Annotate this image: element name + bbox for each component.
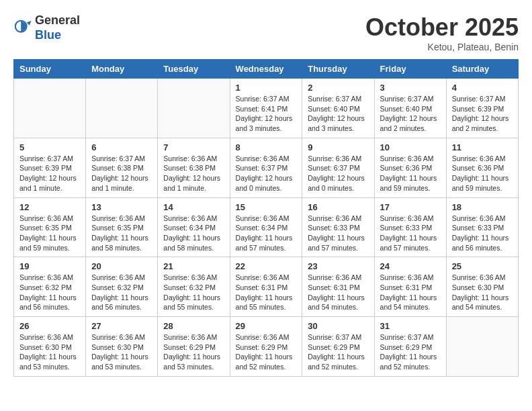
day-number: 8 bbox=[236, 142, 297, 152]
day-number: 23 bbox=[308, 261, 368, 271]
calendar-day-cell: 19Sunrise: 6:36 AM Sunset: 6:32 PM Dayli… bbox=[14, 257, 86, 317]
day-number: 14 bbox=[163, 202, 224, 212]
weekday-header: Friday bbox=[374, 60, 446, 79]
calendar-day-cell: 27Sunrise: 6:36 AM Sunset: 6:30 PM Dayli… bbox=[86, 317, 158, 377]
calendar-day-cell: 23Sunrise: 6:36 AM Sunset: 6:31 PM Dayli… bbox=[302, 257, 374, 317]
day-info: Sunrise: 6:36 AM Sunset: 6:34 PM Dayligh… bbox=[163, 214, 224, 253]
calendar-day-cell: 28Sunrise: 6:36 AM Sunset: 6:29 PM Dayli… bbox=[158, 317, 230, 377]
weekday-header: Tuesday bbox=[158, 60, 230, 79]
day-info: Sunrise: 6:37 AM Sunset: 6:40 PM Dayligh… bbox=[308, 94, 368, 134]
day-number: 31 bbox=[380, 321, 441, 331]
calendar-week-row: 1Sunrise: 6:37 AM Sunset: 6:41 PM Daylig… bbox=[14, 79, 519, 138]
calendar-day-cell: 5Sunrise: 6:37 AM Sunset: 6:39 PM Daylig… bbox=[14, 138, 86, 197]
day-number: 11 bbox=[452, 142, 513, 152]
calendar-day-cell bbox=[158, 79, 230, 138]
day-number: 19 bbox=[19, 261, 80, 271]
day-info: Sunrise: 6:36 AM Sunset: 6:31 PM Dayligh… bbox=[308, 273, 368, 312]
day-number: 10 bbox=[380, 142, 441, 152]
day-number: 15 bbox=[236, 202, 297, 212]
day-number: 24 bbox=[380, 261, 441, 271]
day-number: 6 bbox=[91, 142, 152, 152]
weekday-header: Wednesday bbox=[230, 60, 302, 79]
day-number: 26 bbox=[19, 321, 80, 331]
day-number: 3 bbox=[380, 83, 441, 93]
calendar-day-cell: 12Sunrise: 6:36 AM Sunset: 6:35 PM Dayli… bbox=[14, 197, 86, 257]
day-info: Sunrise: 6:36 AM Sunset: 6:37 PM Dayligh… bbox=[308, 154, 368, 193]
day-info: Sunrise: 6:37 AM Sunset: 6:39 PM Dayligh… bbox=[452, 94, 513, 134]
day-number: 1 bbox=[236, 83, 297, 93]
calendar-day-cell: 13Sunrise: 6:36 AM Sunset: 6:35 PM Dayli… bbox=[86, 197, 158, 257]
title-block: October 2025 Ketou, Plateau, Benin bbox=[365, 13, 519, 52]
day-number: 20 bbox=[91, 261, 152, 271]
day-info: Sunrise: 6:36 AM Sunset: 6:34 PM Dayligh… bbox=[236, 214, 297, 253]
logo-icon bbox=[13, 19, 32, 38]
day-info: Sunrise: 6:36 AM Sunset: 6:33 PM Dayligh… bbox=[380, 214, 441, 253]
day-info: Sunrise: 6:37 AM Sunset: 6:39 PM Dayligh… bbox=[19, 154, 80, 193]
day-info: Sunrise: 6:37 AM Sunset: 6:38 PM Dayligh… bbox=[91, 154, 152, 193]
calendar-day-cell bbox=[86, 79, 158, 138]
weekday-header: Thursday bbox=[302, 60, 374, 79]
day-number: 27 bbox=[91, 321, 152, 331]
weekday-header: Sunday bbox=[14, 60, 86, 79]
calendar-day-cell: 18Sunrise: 6:36 AM Sunset: 6:33 PM Dayli… bbox=[446, 197, 518, 257]
day-info: Sunrise: 6:36 AM Sunset: 6:29 PM Dayligh… bbox=[236, 332, 297, 372]
day-info: Sunrise: 6:36 AM Sunset: 6:35 PM Dayligh… bbox=[19, 214, 80, 253]
day-info: Sunrise: 6:36 AM Sunset: 6:37 PM Dayligh… bbox=[236, 154, 297, 193]
calendar-day-cell: 9Sunrise: 6:36 AM Sunset: 6:37 PM Daylig… bbox=[302, 138, 374, 197]
calendar-day-cell: 22Sunrise: 6:36 AM Sunset: 6:31 PM Dayli… bbox=[230, 257, 302, 317]
day-number: 2 bbox=[308, 83, 368, 93]
logo-blue: Blue bbox=[35, 28, 61, 42]
day-number: 25 bbox=[452, 261, 513, 271]
calendar-day-cell: 1Sunrise: 6:37 AM Sunset: 6:41 PM Daylig… bbox=[230, 79, 302, 138]
day-number: 7 bbox=[163, 142, 224, 152]
day-info: Sunrise: 6:36 AM Sunset: 6:30 PM Dayligh… bbox=[19, 332, 80, 372]
location: Ketou, Plateau, Benin bbox=[365, 42, 519, 52]
calendar-day-cell: 31Sunrise: 6:37 AM Sunset: 6:29 PM Dayli… bbox=[374, 317, 446, 377]
calendar-day-cell: 26Sunrise: 6:36 AM Sunset: 6:30 PM Dayli… bbox=[14, 317, 86, 377]
logo-general: General bbox=[35, 13, 80, 27]
day-info: Sunrise: 6:37 AM Sunset: 6:40 PM Dayligh… bbox=[380, 94, 441, 134]
calendar-table: SundayMondayTuesdayWednesdayThursdayFrid… bbox=[13, 59, 519, 377]
day-number: 12 bbox=[19, 202, 80, 212]
day-number: 28 bbox=[163, 321, 224, 331]
day-number: 16 bbox=[308, 202, 368, 212]
calendar-day-cell: 4Sunrise: 6:37 AM Sunset: 6:39 PM Daylig… bbox=[446, 79, 518, 138]
calendar-week-row: 19Sunrise: 6:36 AM Sunset: 6:32 PM Dayli… bbox=[14, 257, 519, 317]
calendar-day-cell: 30Sunrise: 6:37 AM Sunset: 6:29 PM Dayli… bbox=[302, 317, 374, 377]
day-info: Sunrise: 6:36 AM Sunset: 6:31 PM Dayligh… bbox=[236, 273, 297, 312]
day-info: Sunrise: 6:36 AM Sunset: 6:29 PM Dayligh… bbox=[163, 332, 224, 372]
calendar-day-cell: 6Sunrise: 6:37 AM Sunset: 6:38 PM Daylig… bbox=[86, 138, 158, 197]
day-info: Sunrise: 6:36 AM Sunset: 6:31 PM Dayligh… bbox=[380, 273, 441, 312]
calendar-day-cell: 3Sunrise: 6:37 AM Sunset: 6:40 PM Daylig… bbox=[374, 79, 446, 138]
calendar-day-cell bbox=[446, 317, 518, 377]
calendar-day-cell: 2Sunrise: 6:37 AM Sunset: 6:40 PM Daylig… bbox=[302, 79, 374, 138]
day-number: 18 bbox=[452, 202, 513, 212]
month-title: October 2025 bbox=[365, 13, 519, 42]
day-info: Sunrise: 6:37 AM Sunset: 6:41 PM Dayligh… bbox=[236, 94, 297, 134]
calendar-day-cell: 17Sunrise: 6:36 AM Sunset: 6:33 PM Dayli… bbox=[374, 197, 446, 257]
day-info: Sunrise: 6:36 AM Sunset: 6:33 PM Dayligh… bbox=[452, 214, 513, 253]
calendar-day-cell: 7Sunrise: 6:36 AM Sunset: 6:38 PM Daylig… bbox=[158, 138, 230, 197]
day-number: 13 bbox=[91, 202, 152, 212]
weekday-header: Monday bbox=[86, 60, 158, 79]
calendar-day-cell: 10Sunrise: 6:36 AM Sunset: 6:36 PM Dayli… bbox=[374, 138, 446, 197]
day-info: Sunrise: 6:37 AM Sunset: 6:29 PM Dayligh… bbox=[308, 332, 368, 372]
day-info: Sunrise: 6:36 AM Sunset: 6:33 PM Dayligh… bbox=[308, 214, 368, 253]
weekday-header: Saturday bbox=[446, 60, 518, 79]
logo: General Blue bbox=[13, 13, 80, 42]
day-info: Sunrise: 6:36 AM Sunset: 6:36 PM Dayligh… bbox=[452, 154, 513, 193]
day-number: 4 bbox=[452, 83, 513, 93]
day-info: Sunrise: 6:36 AM Sunset: 6:32 PM Dayligh… bbox=[91, 273, 152, 312]
calendar-day-cell: 29Sunrise: 6:36 AM Sunset: 6:29 PM Dayli… bbox=[230, 317, 302, 377]
page-header: General Blue October 2025 Ketou, Plateau… bbox=[13, 13, 519, 52]
day-info: Sunrise: 6:36 AM Sunset: 6:32 PM Dayligh… bbox=[19, 273, 80, 312]
calendar-week-row: 5Sunrise: 6:37 AM Sunset: 6:39 PM Daylig… bbox=[14, 138, 519, 197]
day-number: 22 bbox=[236, 261, 297, 271]
calendar-day-cell: 21Sunrise: 6:36 AM Sunset: 6:32 PM Dayli… bbox=[158, 257, 230, 317]
calendar-week-row: 12Sunrise: 6:36 AM Sunset: 6:35 PM Dayli… bbox=[14, 197, 519, 257]
calendar-day-cell: 15Sunrise: 6:36 AM Sunset: 6:34 PM Dayli… bbox=[230, 197, 302, 257]
day-info: Sunrise: 6:36 AM Sunset: 6:38 PM Dayligh… bbox=[163, 154, 224, 193]
calendar-day-cell: 20Sunrise: 6:36 AM Sunset: 6:32 PM Dayli… bbox=[86, 257, 158, 317]
calendar-day-cell bbox=[14, 79, 86, 138]
calendar-day-cell: 24Sunrise: 6:36 AM Sunset: 6:31 PM Dayli… bbox=[374, 257, 446, 317]
